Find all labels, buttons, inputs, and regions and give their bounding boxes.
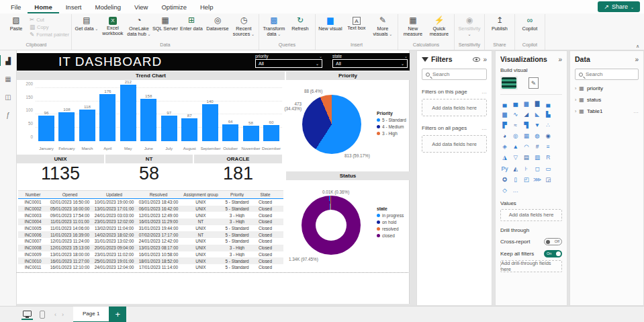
bar-december[interactable] (263, 125, 279, 141)
keep-all-filters-toggle[interactable]: On (544, 250, 562, 257)
model-view-button[interactable]: ◫ (3, 91, 13, 102)
visual-icon-treemap[interactable]: ▦ (522, 132, 531, 140)
table-row[interactable]: INC000511/01/2023 14:06:0013/02/2023 11:… (18, 225, 283, 232)
cross-report-toggle[interactable]: Off (544, 238, 562, 245)
sql-server-button[interactable]: ▦SQL Server (152, 14, 178, 32)
visual-icon-filled-map[interactable]: ◉ (544, 132, 553, 140)
visual-icon-line-chart[interactable]: ∿ (511, 110, 520, 118)
values-dropzone[interactable]: Add data fields here (500, 209, 562, 221)
visual-icon-shape-map[interactable]: ◈ (500, 143, 509, 151)
priority-slicer-dropdown[interactable]: All ⌄ (255, 59, 322, 68)
menu-item-modeling[interactable]: Modeling (88, 0, 128, 13)
state-slicer-header-chevron-icon[interactable]: ⌄ (404, 54, 408, 58)
visual-icon-slicer[interactable]: ▽ (511, 153, 520, 162)
text-box-button[interactable]: AText box (344, 14, 369, 31)
visual-icon-line-and-clustered-column-chart[interactable]: ▛ (500, 120, 509, 129)
visual-icon-stacked-bar-chart[interactable]: ▄ (500, 99, 509, 108)
new-visual-button[interactable]: ▆New visual (318, 14, 343, 32)
menu-item-file[interactable]: File (4, 0, 28, 13)
card-value-oracle[interactable]: 181 (194, 163, 282, 184)
bar-september[interactable] (202, 104, 218, 141)
mobile-view-button[interactable] (40, 311, 45, 319)
visual-icon-100-stacked-bar-chart[interactable]: ▄ (544, 99, 553, 108)
dataverse-button[interactable]: ◎Dataverse (205, 14, 230, 32)
legend-item-closed[interactable]: closed (377, 233, 404, 238)
filters-collapse-icon[interactable]: » (483, 56, 487, 63)
visual-icon-paginated-report[interactable]: ▯ (511, 175, 520, 184)
bar-august[interactable] (181, 118, 197, 141)
dax-query-view-button[interactable]: ƒ (3, 110, 13, 120)
paste-button[interactable]: ▧Paste (3, 14, 29, 32)
visual-icon-smart-narrative[interactable]: ▭ (544, 164, 553, 173)
priority-slicer-header-chevron-icon[interactable]: ⌄ (319, 54, 322, 58)
get-data-button[interactable]: ▤Get data ⌄ (74, 14, 99, 32)
visual-icon-qa[interactable]: ◻ (533, 164, 542, 173)
visual-icon-area-chart[interactable]: ◢ (522, 110, 531, 118)
desktop-view-button[interactable] (21, 309, 33, 320)
data-collapse-icon[interactable]: » (635, 56, 639, 63)
visual-icon-clustered-bar-chart[interactable]: ▅ (511, 99, 520, 108)
menu-item-optimize[interactable]: Optimize (154, 0, 193, 13)
visualizations-collapse-icon[interactable]: » (558, 56, 562, 63)
menu-item-view[interactable]: View (128, 0, 154, 13)
bar-may[interactable] (120, 85, 136, 141)
visual-icon-r-script-visual[interactable]: R (544, 153, 553, 162)
visual-icon-multi-row-card[interactable]: ≡ (544, 143, 553, 151)
drill-through-dropzone[interactable]: Add drill-through fields here (500, 260, 562, 272)
bar-july[interactable] (161, 116, 177, 141)
menu-item-insert[interactable]: Insert (59, 0, 89, 13)
visual-icon-kpi[interactable]: ◮ (500, 153, 509, 162)
table-view-button[interactable]: ▦ (3, 73, 13, 84)
table-row[interactable]: INC000913/01/2023 18:00:0023/01/2023 11:… (18, 251, 283, 258)
visual-icon-map[interactable]: ◍ (533, 132, 542, 140)
data-table-priority[interactable]: ›▦priority (575, 85, 639, 91)
visual-icon-table[interactable]: ▤ (522, 153, 531, 162)
ribbon-collapse-button[interactable]: ∧ (636, 44, 639, 49)
format-visual-mode-button[interactable]: ✎ (527, 76, 540, 90)
table-row[interactable]: INC000812/01/2023 15:13:0020/01/2023 09:… (18, 245, 283, 251)
report-canvas[interactable]: IT DASHBOARD priority⌄ All ⌄ state⌄ All … (17, 50, 410, 304)
visual-icon-line-and-stacked-column-chart[interactable]: ▙ (544, 110, 553, 118)
trend-chart[interactable]: 0501001502009610811817621215897871406458… (18, 82, 285, 152)
more-options-icon[interactable]: … (633, 108, 639, 114)
bar-october[interactable] (222, 124, 238, 141)
page-nav-prev-icon[interactable]: ‹ (54, 311, 56, 318)
menu-item-home[interactable]: Home (28, 0, 58, 13)
visual-icon-metrics[interactable]: ✪ (500, 175, 509, 184)
expand-chevron-icon[interactable]: › (575, 109, 576, 114)
page-tab[interactable]: Page 1 (73, 307, 109, 322)
filters-all-pages-more-icon[interactable]: … (481, 125, 487, 131)
excel-workbook-button[interactable]: XExcel workbook (100, 14, 126, 36)
visual-icon-scorecard[interactable]: ◲ (544, 175, 553, 184)
visual-icon-python-visual[interactable]: Py (500, 164, 509, 173)
bar-november[interactable] (243, 126, 259, 141)
refresh-button[interactable]: ↻Refresh (287, 14, 313, 32)
new-measure-button[interactable]: ▦New measure (400, 14, 426, 37)
legend-item-3-high[interactable]: 3 - High (377, 131, 406, 136)
table-row[interactable]: INC001116/01/2023 12:10:0024/01/2023 12:… (18, 264, 283, 271)
expand-chevron-icon[interactable]: › (575, 86, 576, 91)
visual-icon-waterfall-chart[interactable]: ▜ (522, 120, 531, 129)
menu-item-help[interactable]: Help (193, 0, 220, 13)
priority-pie-chart[interactable] (302, 95, 361, 154)
eye-icon[interactable] (473, 57, 480, 62)
build-visual-mode-button[interactable] (500, 76, 518, 90)
visual-icon-decomposition-tree[interactable]: ⊦ (522, 164, 531, 173)
visual-icon-power-automate[interactable]: ⋙ (533, 175, 542, 184)
page-nav-next-icon[interactable]: › (62, 311, 64, 318)
bar-april[interactable] (99, 94, 116, 141)
enter-data-button[interactable]: ⊞Enter data (179, 14, 204, 32)
state-slicer-dropdown[interactable]: All ⌄ (332, 59, 408, 68)
share-button[interactable]: ↗ Share ⌄ (598, 1, 640, 12)
table-row[interactable]: INC000712/01/2023 11:24:0031/01/2023 13:… (18, 238, 283, 245)
bar-march[interactable] (79, 110, 95, 141)
visual-icon-scatter-chart[interactable]: ∴ (544, 120, 553, 129)
bar-january[interactable] (38, 116, 54, 141)
visual-icon-matrix[interactable]: ▥ (533, 153, 542, 162)
bar-june[interactable] (140, 99, 156, 141)
legend-item-resolved[interactable]: resolved (377, 227, 404, 231)
visual-icon-ribbon-chart[interactable]: ≈ (511, 120, 520, 129)
status-donut-chart[interactable] (302, 196, 361, 255)
table-row[interactable]: INC000611/01/2023 16:39:0014/02/2023 18:… (18, 231, 283, 238)
legend-item-5-standard[interactable]: 5 - Standard (377, 118, 406, 122)
